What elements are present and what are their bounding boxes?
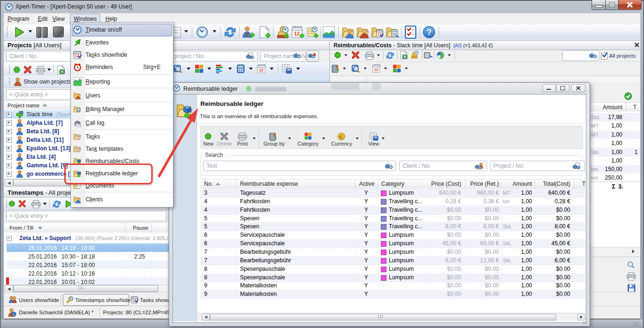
svg-text:€: € <box>340 134 342 139</box>
svg-text:12: 12 <box>374 68 378 72</box>
svg-text:12: 12 <box>259 68 264 72</box>
svg-text:12: 12 <box>77 137 80 139</box>
svg-text:?: ? <box>427 28 431 37</box>
svg-text:12: 12 <box>294 31 300 36</box>
svg-text:12: 12 <box>132 298 136 302</box>
svg-text:i: i <box>13 312 14 317</box>
svg-text:12: 12 <box>77 149 80 151</box>
